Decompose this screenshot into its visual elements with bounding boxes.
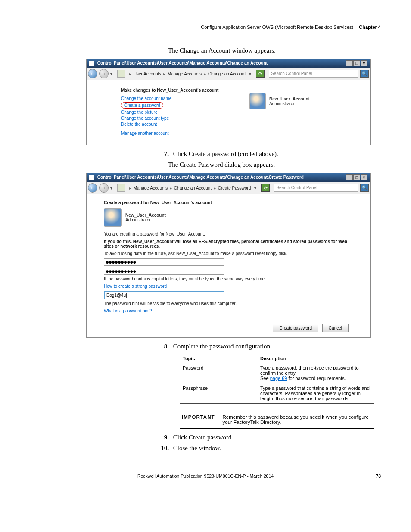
search-input[interactable]: Search Control Panel bbox=[269, 70, 358, 78]
breadcrumb-dropdown-icon-2[interactable]: ▾ bbox=[254, 186, 259, 190]
cell-passphrase-desc: Type a password that contains a string o… bbox=[258, 383, 374, 404]
change-account-dialog: Control Panel\User Accounts\User Account… bbox=[86, 59, 371, 145]
create-password-button[interactable]: Create password bbox=[273, 324, 318, 332]
footer-page-number: 73 bbox=[376, 473, 381, 479]
breadcrumb-dropdown-icon[interactable]: ▾ bbox=[249, 72, 254, 76]
link-create-password[interactable]: Create a password bbox=[121, 102, 163, 109]
cancel-button[interactable]: Cancel bbox=[322, 324, 349, 332]
link-strong-password[interactable]: How to create a strong password bbox=[104, 284, 349, 289]
breadcrumb-icon bbox=[117, 70, 125, 78]
header-text: Configure Application Server OWS (Micros… bbox=[201, 25, 353, 30]
link-change-name[interactable]: Change the account name bbox=[121, 96, 349, 101]
link-change-picture[interactable]: Change the picture bbox=[121, 110, 349, 115]
table-header-topic: Topic bbox=[180, 354, 258, 363]
user-name-2: New_User_Account bbox=[125, 213, 166, 218]
title-text: Control Panel\User Accounts\User Account… bbox=[97, 61, 268, 65]
maximize-button-2[interactable]: □ bbox=[353, 174, 360, 180]
navbar: ← → ▾ ▸ User Accounts ▸ Manage Accounts … bbox=[87, 68, 370, 80]
back-button[interactable]: ← bbox=[88, 69, 97, 78]
password-config-table: Topic Description Password Type a passwo… bbox=[180, 354, 374, 404]
titlebar-icon-2 bbox=[89, 175, 94, 180]
titlebar-icon bbox=[89, 61, 94, 66]
forward-button-2[interactable]: → bbox=[99, 183, 109, 193]
cell-password-topic: Password bbox=[180, 363, 258, 383]
user-avatar bbox=[249, 93, 266, 109]
search-button-2[interactable]: 🔍 bbox=[360, 184, 369, 192]
titlebar[interactable]: Control Panel\User Accounts\User Account… bbox=[87, 59, 370, 68]
cell-password-desc: Type a password, then re-type the passwo… bbox=[258, 363, 374, 383]
chapter-label: Chapter 4 bbox=[359, 25, 381, 30]
info-text-2: If you do this, New_User_Account will lo… bbox=[104, 239, 349, 249]
forward-button[interactable]: → bbox=[99, 69, 109, 78]
body-line-2: The Create Password dialog box appears. bbox=[168, 161, 381, 168]
table-header-description: Description bbox=[258, 354, 374, 363]
refresh-button-2[interactable]: ⟳ bbox=[261, 184, 270, 192]
page-header: Configure Application Server OWS (Micros… bbox=[30, 25, 381, 30]
link-manage-another[interactable]: Manage another account bbox=[121, 131, 349, 136]
close-button-2[interactable]: × bbox=[361, 174, 367, 180]
body-line-1: The Change an Account window appears. bbox=[168, 47, 381, 54]
create-password-dialog: Control Panel\User Accounts\User Account… bbox=[86, 173, 371, 338]
info-text-1: You are creating a password for New_User… bbox=[104, 232, 349, 236]
minimize-button[interactable]: _ bbox=[346, 60, 353, 66]
close-button[interactable]: × bbox=[361, 60, 367, 66]
refresh-button[interactable]: ⟳ bbox=[256, 70, 265, 78]
table-row: Password Type a password, then re-type t… bbox=[180, 363, 374, 383]
hint-note: The password hint will be visible to eve… bbox=[104, 301, 349, 306]
breadcrumb[interactable]: ▸ User Accounts ▸ Manage Accounts ▸ Chan… bbox=[127, 71, 247, 77]
table-row: Passphrase Type a password that contains… bbox=[180, 383, 374, 404]
important-label: IMPORTANT bbox=[182, 414, 215, 425]
step-10-text: Close the window. bbox=[173, 445, 221, 451]
password-hint-input[interactable] bbox=[104, 291, 224, 299]
footer-text: Rockwell Automation Publication 9528-UM0… bbox=[137, 473, 274, 479]
nav-dropdown-icon[interactable]: ▾ bbox=[110, 72, 115, 76]
link-delete-account[interactable]: Delete the account bbox=[121, 122, 349, 127]
nav-dropdown-icon-2[interactable]: ▾ bbox=[110, 186, 115, 190]
step-8-text: Complete the password configuration. bbox=[173, 343, 272, 350]
breadcrumb-icon-2 bbox=[117, 184, 125, 192]
step-9-number: 9. bbox=[159, 434, 169, 441]
user-name: New_User_Account bbox=[269, 96, 310, 101]
cell-passphrase-topic: Passphrase bbox=[180, 383, 258, 404]
page-footer: Rockwell Automation Publication 9528-UM0… bbox=[30, 473, 381, 479]
step-7-text: Click Create a password (circled above). bbox=[173, 150, 278, 157]
back-button-2[interactable]: ← bbox=[88, 183, 97, 193]
page-69-link[interactable]: page 69 bbox=[270, 376, 287, 381]
titlebar-2[interactable]: Control Panel\User Accounts\User Account… bbox=[87, 173, 370, 182]
dialog2-heading: Create a password for New_User_Account's… bbox=[104, 200, 349, 205]
step-9-text: Click Create password. bbox=[173, 434, 234, 441]
user-avatar-2 bbox=[104, 208, 122, 227]
link-what-is-hint[interactable]: What is a password hint? bbox=[104, 308, 349, 313]
important-box: IMPORTANT Remember this password because… bbox=[180, 411, 374, 429]
search-input-2[interactable]: Search Control Panel bbox=[274, 184, 358, 192]
info-text-3: To avoid losing data in the future, ask … bbox=[104, 251, 349, 256]
maximize-button[interactable]: □ bbox=[353, 60, 360, 66]
search-button[interactable]: 🔍 bbox=[360, 70, 369, 78]
navbar-2: ← → ▾ ▸ Manage Accounts ▸ Change an Acco… bbox=[87, 182, 370, 194]
caps-note: If the password contains capital letters… bbox=[104, 277, 349, 281]
user-role-2: Administrator bbox=[125, 218, 166, 222]
step-7-number: 7. bbox=[159, 150, 169, 158]
link-change-type[interactable]: Change the account type bbox=[121, 116, 349, 121]
password-input-2[interactable] bbox=[104, 268, 224, 275]
minimize-button-2[interactable]: _ bbox=[346, 174, 353, 180]
important-text: Remember this password because you need … bbox=[223, 414, 372, 425]
step-8-number: 8. bbox=[159, 343, 169, 350]
breadcrumb-2[interactable]: ▸ Manage Accounts ▸ Change an Account ▸ … bbox=[127, 185, 252, 191]
step-10-number: 10. bbox=[159, 445, 169, 452]
password-input-1[interactable] bbox=[104, 258, 224, 266]
title-text-2: Control Panel\User Accounts\User Account… bbox=[97, 175, 304, 180]
user-role: Administrator bbox=[269, 101, 310, 106]
dialog-heading: Make changes to New_User_Account's accou… bbox=[121, 88, 349, 93]
